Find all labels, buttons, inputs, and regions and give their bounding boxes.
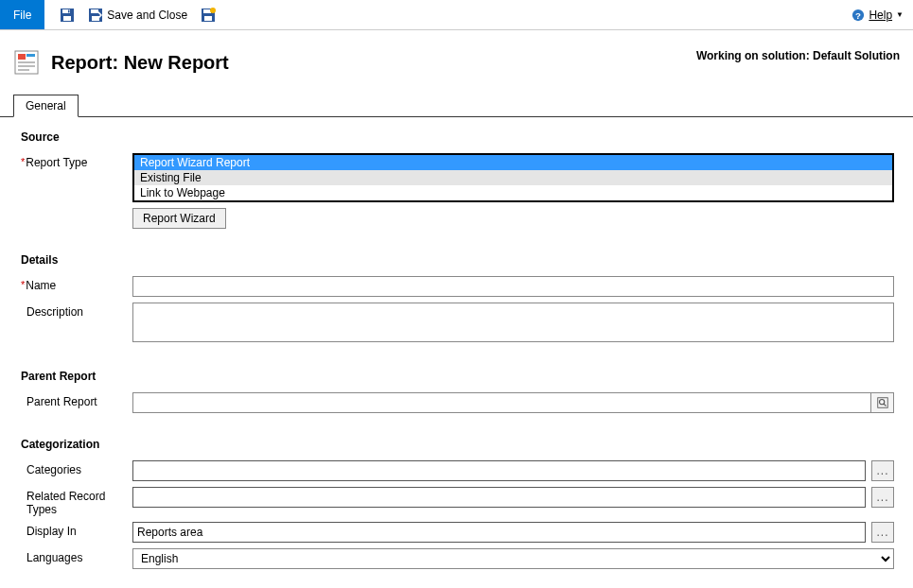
help-label: Help (869, 9, 892, 22)
section-details: Details *Name Description (0, 240, 913, 356)
svg-rect-8 (203, 9, 211, 13)
help-icon: ? (852, 9, 865, 22)
parent-report-input[interactable] (132, 392, 871, 413)
label-languages: Languages (21, 548, 132, 564)
file-menu[interactable]: File (0, 0, 44, 29)
parent-report-lookup-button[interactable] (871, 392, 894, 413)
svg-text:?: ? (855, 9, 861, 20)
report-wizard-button[interactable]: Report Wizard (132, 208, 226, 229)
label-display-in: Display In (21, 522, 132, 538)
save-and-close-button[interactable]: Save and Close (84, 5, 191, 26)
save-close-icon (88, 8, 103, 23)
svg-point-10 (210, 8, 216, 13)
chevron-down-icon: ▼ (896, 10, 904, 19)
svg-rect-2 (63, 16, 71, 21)
save-as-button[interactable] (197, 5, 219, 26)
report-type-option-link[interactable]: Link to Webpage (134, 185, 892, 200)
svg-rect-5 (91, 9, 98, 13)
section-source: Source *Report Type Report Wizard Report… (0, 117, 913, 240)
label-parent-report: Parent Report (21, 392, 132, 408)
svg-rect-18 (18, 69, 29, 71)
label-categories: Categories (21, 460, 132, 476)
save-icon (60, 8, 75, 23)
svg-rect-3 (68, 9, 70, 12)
toolbar-items: Save and Close (44, 5, 842, 26)
svg-rect-17 (18, 65, 35, 67)
toolbar: File Save and Close ? Help ▼ (0, 0, 913, 30)
related-record-types-picker-button[interactable]: ... (871, 487, 894, 508)
categories-input[interactable] (132, 460, 866, 481)
tab-bar: General (0, 95, 913, 117)
svg-line-21 (884, 404, 886, 406)
display-in-picker-button[interactable]: ... (871, 522, 894, 543)
languages-select[interactable]: English (132, 548, 894, 569)
label-report-type: *Report Type (21, 153, 132, 169)
svg-rect-15 (26, 54, 35, 57)
save-as-icon (201, 8, 216, 23)
section-categorization: Categorization Categories ... Related Re… (0, 424, 913, 580)
svg-point-20 (879, 400, 884, 405)
section-parent-report: Parent Report Parent Report (0, 356, 913, 424)
report-type-option-existing[interactable]: Existing File (134, 170, 892, 185)
label-related-record-types: Related Record Types (21, 487, 132, 516)
related-record-types-input[interactable] (132, 487, 866, 508)
report-icon (13, 49, 40, 76)
display-in-input[interactable] (132, 522, 866, 543)
section-title-source: Source (21, 130, 894, 144)
label-name: *Name (21, 276, 132, 292)
section-title-parent: Parent Report (21, 370, 894, 383)
tab-general[interactable]: General (13, 95, 79, 117)
description-input[interactable] (132, 303, 894, 342)
help-link[interactable]: ? Help ▼ (842, 5, 913, 26)
solution-context: Working on solution: Default Solution (696, 49, 900, 62)
report-type-listbox[interactable]: Report Wizard Report Existing File Link … (132, 153, 894, 202)
categories-picker-button[interactable]: ... (871, 460, 894, 481)
svg-rect-9 (204, 16, 212, 21)
lookup-icon (876, 396, 889, 409)
report-type-option-wizard[interactable]: Report Wizard Report (134, 155, 892, 170)
header: Report: New Report Working on solution: … (0, 30, 913, 95)
save-and-close-label: Save and Close (107, 9, 187, 22)
svg-rect-16 (18, 61, 35, 63)
section-title-categorization: Categorization (21, 438, 894, 451)
save-button[interactable] (56, 5, 79, 26)
name-input[interactable] (132, 276, 894, 297)
label-description: Description (21, 303, 132, 319)
section-title-details: Details (21, 253, 894, 267)
page-title: Report: New Report (51, 52, 696, 74)
svg-rect-14 (18, 54, 26, 60)
